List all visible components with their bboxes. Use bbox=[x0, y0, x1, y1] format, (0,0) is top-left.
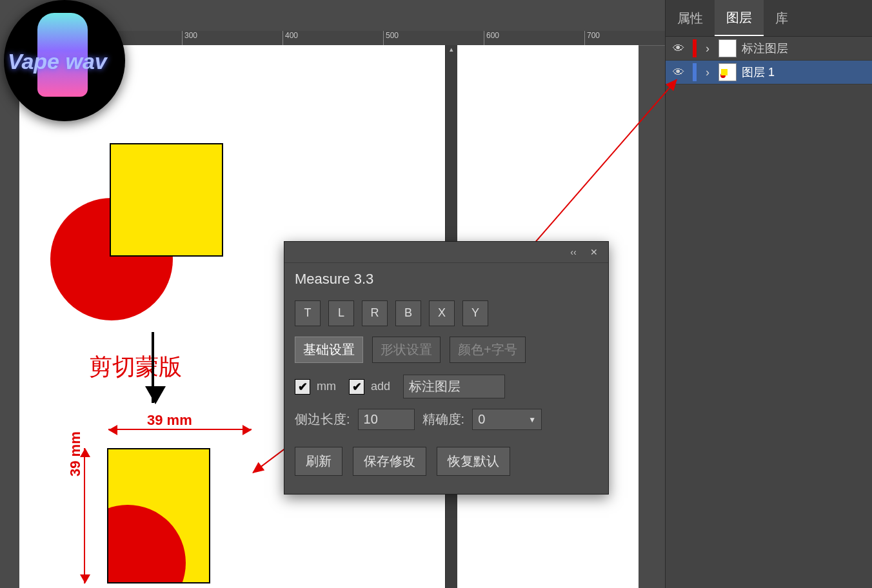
settings-tabs: 基础设置 形状设置 颜色+字号 bbox=[295, 337, 598, 363]
chevron-right-icon[interactable]: › bbox=[702, 42, 713, 55]
add-label: add bbox=[371, 380, 390, 393]
tab-layers[interactable]: 图层 bbox=[715, 0, 764, 36]
measure-panel[interactable]: ‹‹ ✕ Measure 3.3 T L R B X Y 基础设置 形状设置 颜… bbox=[284, 241, 609, 495]
shape-square[interactable] bbox=[110, 143, 223, 257]
ruler-tick: 700 bbox=[584, 31, 600, 45]
tab-shape[interactable]: 形状设置 bbox=[372, 337, 441, 363]
arrow-down-icon bbox=[152, 332, 154, 403]
clip-circle bbox=[107, 505, 186, 583]
refresh-button[interactable]: 刷新 bbox=[295, 447, 342, 476]
layers-list: 👁 › 标注图层 👁 › 图层 1 bbox=[666, 37, 872, 588]
tab-basic[interactable]: 基础设置 bbox=[295, 337, 363, 363]
layer-row[interactable]: 👁 › 标注图层 bbox=[666, 37, 872, 61]
layer-name-input[interactable]: 标注图层 bbox=[403, 375, 505, 398]
ruler-tick: 600 bbox=[484, 31, 499, 45]
unit-label: mm bbox=[317, 380, 336, 393]
caption-clip-mask: 剪切蒙版 bbox=[89, 351, 182, 383]
side-length-input[interactable]: 10 bbox=[358, 409, 415, 430]
anchor-buttons: T L R B X Y bbox=[295, 300, 598, 326]
panel-titlebar[interactable]: ‹‹ ✕ bbox=[284, 242, 608, 263]
dimension-top-label: 39 mm bbox=[147, 412, 192, 429]
dimension-left: 39 mm bbox=[84, 448, 104, 583]
layer-row[interactable]: 👁 › 图层 1 bbox=[666, 61, 872, 84]
side-length-label: 侧边长度: bbox=[295, 411, 350, 428]
anchor-x-button[interactable]: X bbox=[429, 300, 455, 326]
layer-thumbnail bbox=[718, 39, 737, 57]
checkbox-unit[interactable]: ✔ bbox=[295, 379, 310, 395]
right-tabs: 属性 图层 库 bbox=[666, 0, 872, 37]
ruler-tick: 500 bbox=[383, 31, 399, 45]
measured-artwork: 39 mm 39 mm bbox=[84, 429, 252, 588]
anchor-y-button[interactable]: Y bbox=[462, 300, 488, 326]
minimize-icon[interactable]: ‹‹ bbox=[563, 246, 584, 259]
reset-button[interactable]: 恢复默认 bbox=[437, 447, 510, 476]
anchor-t-button[interactable]: T bbox=[295, 300, 321, 326]
avatar: Vape wav bbox=[4, 0, 125, 121]
precision-value: 0 bbox=[478, 412, 485, 427]
clip-result[interactable] bbox=[107, 448, 210, 583]
anchor-b-button[interactable]: B bbox=[395, 300, 421, 326]
tab-library[interactable]: 库 bbox=[764, 0, 800, 36]
canvas-zone: 300 400 500 600 700 剪切蒙版 39 mm 39 mm bbox=[0, 0, 665, 588]
layer-name: 标注图层 bbox=[742, 41, 788, 56]
anchor-r-button[interactable]: R bbox=[362, 300, 388, 326]
close-icon[interactable]: ✕ bbox=[584, 246, 604, 259]
chevron-right-icon[interactable]: › bbox=[702, 66, 713, 79]
chevron-down-icon: ▼ bbox=[528, 415, 536, 424]
ruler-tick: 300 bbox=[182, 31, 197, 45]
layer-thumbnail bbox=[718, 63, 737, 81]
layer-color-swatch bbox=[693, 39, 697, 57]
precision-select[interactable]: 0 ▼ bbox=[472, 409, 542, 430]
dimension-left-label: 39 mm bbox=[67, 431, 84, 476]
avatar-caption: Vape wav bbox=[8, 49, 107, 74]
anchor-l-button[interactable]: L bbox=[328, 300, 354, 326]
dimension-top: 39 mm bbox=[108, 429, 252, 449]
tab-properties[interactable]: 属性 bbox=[666, 0, 715, 36]
layer-color-swatch bbox=[693, 63, 697, 81]
tab-color-font[interactable]: 颜色+字号 bbox=[450, 337, 526, 363]
right-panel: 属性 图层 库 👁 › 标注图层 👁 › 图层 1 bbox=[665, 0, 872, 588]
checkbox-add[interactable]: ✔ bbox=[349, 379, 364, 395]
precision-label: 精确度: bbox=[422, 411, 465, 428]
save-button[interactable]: 保存修改 bbox=[353, 447, 426, 476]
ruler-tick: 400 bbox=[282, 31, 298, 45]
scroll-up-icon[interactable]: ▴ bbox=[446, 45, 457, 57]
panel-title: Measure 3.3 bbox=[284, 263, 608, 294]
layer-name: 图层 1 bbox=[742, 64, 775, 80]
visibility-icon[interactable]: 👁 bbox=[669, 42, 688, 55]
